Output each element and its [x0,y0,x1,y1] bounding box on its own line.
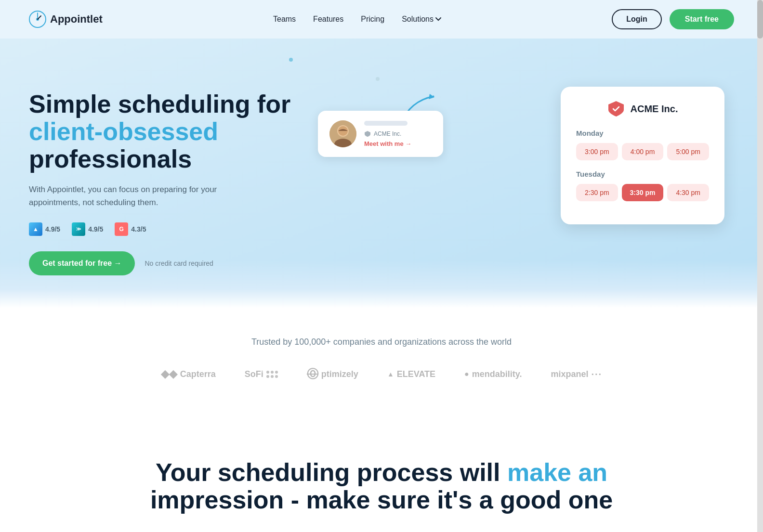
logo-mendability: ● mendability. [464,369,522,379]
mendability-label: mendability. [472,369,522,379]
rating-g2: G 4.3/5 [115,222,146,236]
trusted-section: Trusted by 100,000+ companies and organi… [0,308,763,420]
g2-icon: G [115,222,128,236]
bottom-subtitle: impression - make sure it's a good one [29,486,734,514]
company-shield-icon [607,100,625,117]
profile-card: ACME Inc. Meet with me → [318,111,443,157]
g2-score: 4.3/5 [131,225,146,233]
slot-mon-2[interactable]: 4:00 pm [622,143,664,160]
capterra-label: Capterra [180,369,216,379]
ratings-row: ▲ 4.9/5 ≫ 4.9/5 G 4.3/5 [29,222,299,236]
bottom-title: Your scheduling process will make an [29,459,734,486]
sofi-label: SoFi [245,369,263,379]
logo-capterra: ◆◆ Capterra [161,368,216,380]
booking-card: ACME Inc. Monday 3:00 pm 4:00 pm 5:00 pm… [561,87,724,224]
shield-icon-small [364,130,371,137]
optimizely-label: ptimizely [321,369,358,379]
slot-mon-1[interactable]: 3:00 pm [576,143,618,160]
slot-tue-2[interactable]: 3:30 pm [622,184,664,201]
booking-company-header: ACME Inc. [576,100,709,117]
rating-getapp: ≫ 4.9/5 [72,222,103,236]
no-credit-card-label: No credit card required [145,260,213,267]
hero-content: Simple scheduling for client-obsessed pr… [29,91,299,275]
logo[interactable]: Appointlet [29,11,103,28]
elevate-symbol: ▲ [387,370,394,378]
scrollbar[interactable] [757,0,763,532]
slot-tue-1[interactable]: 2:30 pm [576,184,618,201]
nav-features[interactable]: Features [313,15,343,23]
avatar-illustration [329,120,356,147]
getapp-score: 4.9/5 [88,225,103,233]
sofi-dots [266,371,278,378]
mixpanel-dots: ··· [591,369,602,380]
hero-title: Simple scheduling for client-obsessed pr… [29,91,299,173]
day-tuesday: Tuesday [576,170,709,178]
logo-elevate: ▲ ELEVATE [387,369,435,379]
rating-capterra: ▲ 4.9/5 [29,222,60,236]
start-free-button[interactable]: Start free [670,9,734,29]
nav-teams[interactable]: Teams [273,15,296,23]
dot-decoration-1 [289,58,293,62]
capterra-score: 4.9/5 [45,225,60,233]
login-button[interactable]: Login [612,9,662,29]
logo-row: ◆◆ Capterra SoFi Ⓞ ptimizely ▲ ELEVATE ●… [29,366,734,382]
logo-optimizely: Ⓞ ptimizely [307,366,358,382]
navigation: Appointlet Teams Features Pricing Soluti… [0,0,763,39]
avatar [329,120,356,147]
profile-org: ACME Inc. [364,130,432,137]
dot-decoration-2 [376,77,380,81]
hero-subtitle: With Appointlet, you can focus on prepar… [29,183,231,209]
capterra-symbol: ◆◆ [161,368,177,380]
logo-mixpanel: mixpanel ··· [551,369,602,380]
capterra-icon: ▲ [29,222,42,236]
chevron-down-icon [435,17,441,21]
hero-visual: ACME Inc. Meet with me → ACME Inc. [299,82,734,284]
nav-pricing[interactable]: Pricing [361,15,384,23]
slot-tue-3[interactable]: 4:30 pm [667,184,709,201]
day-monday: Monday [576,129,709,137]
mixpanel-label: mixpanel [551,369,588,379]
logo-sofi: SoFi [245,369,278,379]
hero-section: Simple scheduling for client-obsessed pr… [0,39,763,308]
get-started-button[interactable]: Get started for free → [29,251,135,275]
getapp-icon: ≫ [72,222,85,236]
profile-info: ACME Inc. Meet with me → [364,121,432,147]
tuesday-slots: 2:30 pm 3:30 pm 4:30 pm [576,184,709,201]
logo-text: Appointlet [50,13,103,26]
nav-actions: Login Start free [612,9,734,29]
hero-actions: Get started for free → No credit card re… [29,251,299,275]
monday-slots: 3:00 pm 4:00 pm 5:00 pm [576,143,709,160]
logo-icon [29,11,46,28]
bottom-section: Your scheduling process will make an imp… [0,420,763,532]
slot-mon-3[interactable]: 5:00 pm [667,143,709,160]
company-name: ACME Inc. [631,104,678,115]
profile-link[interactable]: Meet with me → [364,140,432,147]
svg-line-3 [38,16,41,19]
optimizely-symbol: Ⓞ [307,366,318,382]
elevate-label: ELEVATE [397,369,435,379]
trusted-title: Trusted by 100,000+ companies and organi… [29,337,734,347]
mendability-symbol: ● [464,370,469,378]
nav-links: Teams Features Pricing Solutions [273,15,441,24]
nav-solutions[interactable]: Solutions [402,15,441,24]
profile-name-bar [364,121,408,126]
